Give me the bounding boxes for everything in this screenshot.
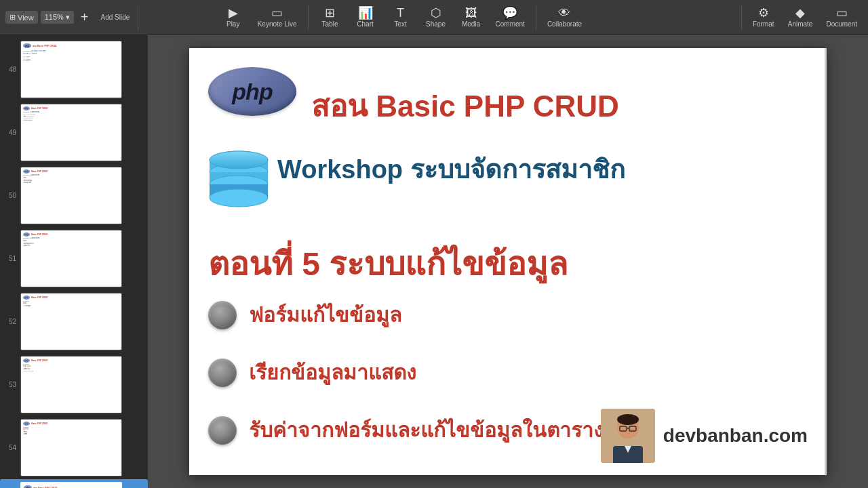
keynote-live-button[interactable]: ▭ Keynote Live <box>252 4 302 30</box>
zoom-button[interactable]: 115% ▾ <box>41 11 74 24</box>
avatar-section: devbanban.com <box>601 409 808 463</box>
slide-number-49: 49 <box>4 129 16 136</box>
episode-title: ตอนที่ 5 ระบบแก้ไขข้อมูล <box>208 238 568 289</box>
divider-1 <box>138 5 138 30</box>
right-edge-line <box>825 48 827 475</box>
slide-preview-55: php สอน Basic PHP CRUD Workshop ระบบจัดก… <box>20 482 122 488</box>
document-icon: ▭ <box>836 7 848 19</box>
slide-preview-54: php Basic PHP CRUD Workshop สรุปการลบ • … <box>20 419 122 476</box>
animate-icon: ◆ <box>795 7 805 19</box>
format-label: Format <box>753 20 774 28</box>
slide-preview-52: php Basic PHP CRUD Workshop ตอนที่ 4 • ร… <box>20 293 122 350</box>
table-button[interactable]: ⊞ Table <box>314 4 347 30</box>
format-button[interactable]: ⚙ Format <box>747 4 780 30</box>
bullet-text-2: เรียกข้อมูลมาแสดง <box>249 357 416 388</box>
bullet-icon-1 <box>208 301 237 329</box>
shape-label: Shape <box>426 20 446 28</box>
table-icon: ⊞ <box>325 7 335 19</box>
slide-thumb-55[interactable]: 55 php สอน Basic PHP CRUD Workshop ระบบจ… <box>0 479 148 488</box>
text-icon: T <box>397 7 404 19</box>
bullet-item-2: เรียกข้อมูลมาแสดง <box>208 357 604 388</box>
bullet-item-3: รับค่าจากฟอร์มและแก้ไขข้อมูลในตาราง <box>208 414 604 446</box>
canvas-area: php สอน Basic PHP CRUD <box>148 35 868 488</box>
comment-icon: 💬 <box>502 7 517 19</box>
php-logo: php <box>208 67 296 116</box>
keynote-live-icon: ▭ <box>271 7 283 19</box>
divider-2 <box>308 5 309 30</box>
bullet-text-3: รับค่าจากฟอร์มและแก้ไขข้อมูลในตาราง <box>249 414 604 446</box>
play-icon: ▶ <box>229 7 238 19</box>
chart-button[interactable]: 📊 Chart <box>349 4 382 30</box>
toolbar: ⊞ View 115% ▾ + Add Slide ▶ Play ▭ Keyno… <box>0 0 868 35</box>
workshop-title: Workshop ระบบจัดการสมาชิก <box>277 153 625 186</box>
svg-point-7 <box>210 151 268 169</box>
slide-number-53: 53 <box>4 381 16 388</box>
slide-preview-51: php Basic PHP CRUD Workshop ระบบจัดการสม… <box>20 230 122 287</box>
text-label: Text <box>394 20 406 28</box>
avatar-image <box>601 409 655 463</box>
slide-number-54: 54 <box>4 444 16 451</box>
text-button[interactable]: T Text <box>384 4 417 30</box>
svg-point-10 <box>617 414 639 425</box>
slide-thumb-52[interactable]: 52 php Basic PHP CRUD Workshop ตอนที่ 4 … <box>0 290 148 353</box>
media-label: Media <box>462 20 480 28</box>
main-area: 48 php สอน Basic PHP CRUD Workshop ระบบจ… <box>0 35 868 488</box>
php-logo-text: php <box>232 79 272 105</box>
add-slide-label: Add Slide <box>101 14 130 21</box>
divider-3 <box>536 5 536 30</box>
plus-icon: + <box>81 9 89 24</box>
bullet-icon-3 <box>208 416 237 445</box>
bullet-text-1: ฟอร์มแก้ไขข้อมูล <box>249 299 401 331</box>
slide-preview-49: php Basic PHP CRUD Workshop ระบบจัดการสม… <box>20 104 122 161</box>
slide-thumb-54[interactable]: 54 php Basic PHP CRUD Workshop สรุปการลบ… <box>0 416 148 479</box>
animate-label: Animate <box>788 20 813 28</box>
view-button[interactable]: ⊞ View <box>5 11 38 24</box>
collaborate-icon: 👁 <box>558 7 570 19</box>
play-label: Play <box>226 20 239 28</box>
comment-label: Comment <box>496 20 525 28</box>
document-label: Document <box>826 20 857 28</box>
bullet-list: ฟอร์มแก้ไขข้อมูล เรียกข้อมูลมาแสดง รับค่… <box>208 299 604 446</box>
slide-canvas[interactable]: php สอน Basic PHP CRUD <box>189 48 827 475</box>
format-icon: ⚙ <box>758 7 769 19</box>
document-button[interactable]: ▭ Document <box>821 4 863 30</box>
bullet-item-1: ฟอร์มแก้ไขข้อมูล <box>208 299 604 331</box>
zoom-chevron-icon: ▾ <box>66 13 70 21</box>
slide-title: สอน Basic PHP CRUD <box>311 82 619 129</box>
slide-preview-48: php สอน Basic PHP CRUD Workshop ระบบจัดก… <box>20 41 122 98</box>
slide-number-48: 48 <box>4 66 16 73</box>
slide-preview-50: php Basic PHP CRUD Workshop ระบบจัดการสม… <box>20 167 122 224</box>
table-label: Table <box>322 20 338 28</box>
slide-thumb-53[interactable]: 53 php Basic PHP CRUD Workshop ตอนที่ 4 … <box>0 353 148 416</box>
devbanban-label: devbanban.com <box>663 425 808 447</box>
slide-thumb-51[interactable]: 51 php Basic PHP CRUD Workshop ระบบจัดกา… <box>0 227 148 290</box>
media-icon: 🖼 <box>465 7 477 19</box>
media-button[interactable]: 🖼 Media <box>455 4 488 30</box>
slide-panel: 48 php สอน Basic PHP CRUD Workshop ระบบจ… <box>0 35 148 488</box>
animate-button[interactable]: ◆ Animate <box>783 4 818 30</box>
slide-preview-53: php Basic PHP CRUD Workshop ตอนที่ 4 การ… <box>20 356 122 413</box>
workshop-title-text: Workshop ระบบจัดการสมาชิก <box>277 155 625 184</box>
slide-thumb-49[interactable]: 49 php Basic PHP CRUD Workshop ระบบจัดกา… <box>0 101 148 164</box>
chart-label: Chart <box>357 20 373 28</box>
collaborate-button[interactable]: 👁 Collaborate <box>542 4 587 30</box>
comment-button[interactable]: 💬 Comment <box>490 4 530 30</box>
divider-4 <box>741 5 742 30</box>
add-slide-label-group: Add Slide <box>96 11 136 24</box>
view-icon: ⊞ <box>9 13 16 22</box>
collaborate-label: Collaborate <box>547 20 582 28</box>
slide-thumb-50[interactable]: 50 php Basic PHP CRUD Workshop ระบบจัดกา… <box>0 164 148 227</box>
slide-number-50: 50 <box>4 192 16 199</box>
shape-icon: ⬡ <box>431 7 441 19</box>
shape-button[interactable]: ⬡ Shape <box>420 4 452 30</box>
bullet-icon-2 <box>208 359 237 387</box>
slide-thumb-48[interactable]: 48 php สอน Basic PHP CRUD Workshop ระบบจ… <box>0 38 148 101</box>
view-label: View <box>18 14 34 22</box>
add-slide-button[interactable]: + <box>77 8 93 26</box>
play-button[interactable]: ▶ Play <box>217 4 250 30</box>
chart-icon: 📊 <box>358 7 373 19</box>
keynote-live-label: Keynote Live <box>258 20 297 28</box>
database-icon <box>208 150 269 218</box>
svg-point-6 <box>210 189 268 207</box>
slide-number-51: 51 <box>4 255 16 262</box>
